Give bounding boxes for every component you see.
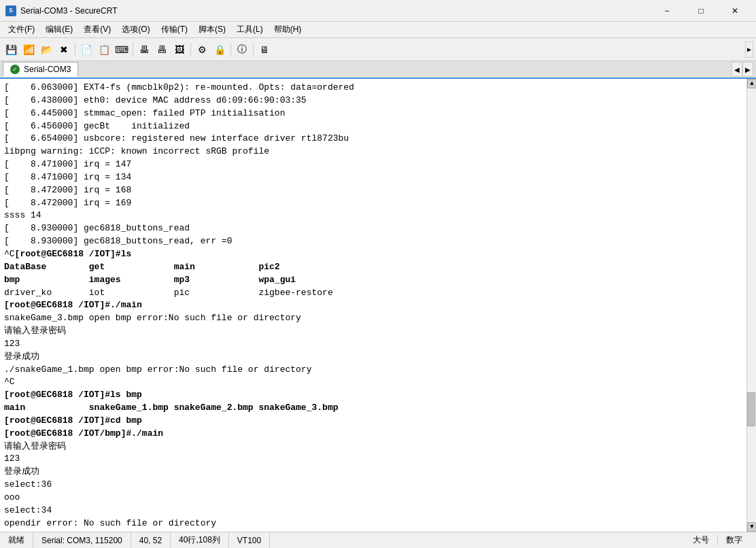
toolbar-btn-3[interactable]: 📂 [38,41,54,58]
menu-item-o[interactable]: 选项(O) [116,22,155,37]
menu-item-f[interactable]: 文件(F) [3,22,40,37]
toolbar-btn-10[interactable]: 🖼 [171,41,188,58]
tab-label: Serial-COM3 [24,65,71,74]
toolbar-separator-3 [190,43,191,56]
toolbar-separator-5 [253,43,254,56]
tab-bar: Serial-COM3 ◀ ▶ [0,61,756,79]
menu-item-t[interactable]: 传输(T) [156,22,193,37]
toolbar-btn-13[interactable]: ⓘ [234,41,250,58]
title-bar: S Serial-COM3 - SecureCRT − □ ✕ [0,0,756,22]
status-caps: 大号 [690,534,718,546]
status-position: 40, 52 [131,532,171,548]
app-icon: S [5,5,16,16]
toolbar-btn-5[interactable]: 📄 [78,41,94,58]
toolbar-btn-8[interactable]: 🖶 [136,41,152,58]
tab-nav-right[interactable]: ▶ [742,62,753,77]
terminal[interactable]: [ 6.063000] EXT4-fs (mmcblk0p2): re-moun… [0,79,756,532]
window-controls: − □ ✕ [651,0,751,22]
scroll-thumb[interactable] [747,392,755,426]
toolbar-separator-2 [133,43,133,56]
minimize-button[interactable]: − [651,0,683,22]
toolbar-btn-7[interactable]: ⌨ [114,41,130,58]
toolbar-btn-4[interactable]: ✖ [56,41,72,58]
title-left: S Serial-COM3 - SecureCRT [5,5,117,16]
toolbar: 💾 📶 📂 ✖ 📄 📋 ⌨ 🖶 🖷 🖼 ⚙ 🔒 ⓘ 🖥 ▶ [0,38,756,61]
window-title: Serial-COM3 - SecureCRT [20,6,117,16]
tab-status-icon [10,65,20,74]
status-num: 数字 [718,534,751,546]
toolbar-btn-1[interactable]: 💾 [3,41,19,58]
terminal-content: [ 6.063000] EXT4-fs (mmcblk0p2): re-moun… [4,82,752,532]
scroll-track [747,88,756,522]
status-encoding: VT100 [229,532,270,548]
menu-item-s[interactable]: 脚本(S) [193,22,231,37]
toolbar-scroll-right[interactable]: ▶ [745,41,753,58]
terminal-wrapper: [ 6.063000] EXT4-fs (mmcblk0p2): re-moun… [0,79,756,532]
status-right: 大号 数字 [690,534,751,546]
toolbar-btn-14[interactable]: 🖥 [256,41,273,58]
tab-navigation: ◀ ▶ [732,62,753,77]
toolbar-btn-9[interactable]: 🖷 [154,41,170,58]
maximize-button[interactable]: □ [685,0,717,22]
status-serial-info: Serial: COM3, 115200 [33,532,131,548]
menu-item-e[interactable]: 编辑(E) [40,22,78,37]
status-bar: 就绪 Serial: COM3, 115200 40, 52 40行,108列 … [0,532,756,548]
menu-item-v[interactable]: 查看(V) [78,22,116,37]
close-button[interactable]: ✕ [719,0,751,22]
tab-serial-com3[interactable]: Serial-COM3 [3,62,78,77]
status-ready: 就绪 [5,532,33,548]
toolbar-btn-12[interactable]: 🔒 [211,41,228,58]
toolbar-right: ▶ [745,41,753,58]
tab-nav-left[interactable]: ◀ [732,62,742,77]
toolbar-btn-11[interactable]: ⚙ [194,41,210,58]
toolbar-btn-6[interactable]: 📋 [96,41,112,58]
menu-bar: 文件(F)编辑(E)查看(V)选项(O)传输(T)脚本(S)工具(L)帮助(H) [0,22,756,38]
menu-item-h[interactable]: 帮助(H) [269,22,307,37]
scroll-down-button[interactable]: ▼ [747,522,756,532]
scroll-up-button[interactable]: ▲ [747,79,756,88]
menu-item-l[interactable]: 工具(L) [231,22,269,37]
scrollbar[interactable]: ▲ ▼ [746,79,756,532]
toolbar-separator-1 [75,43,75,56]
status-line-col: 40行,108列 [171,532,229,548]
toolbar-separator-4 [230,43,231,56]
toolbar-btn-2[interactable]: 📶 [20,41,37,58]
